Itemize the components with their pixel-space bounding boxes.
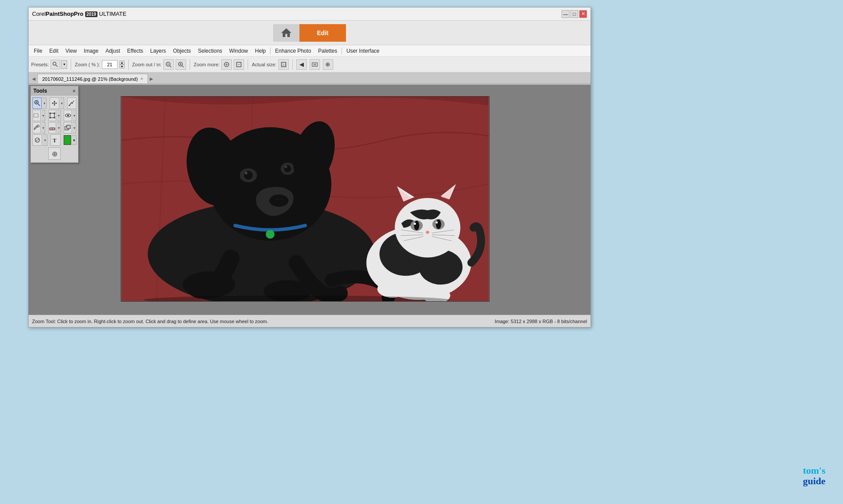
menu-layers[interactable]: Layers: [147, 47, 169, 55]
burn-tool-dropdown[interactable]: ▼: [43, 134, 47, 146]
tools-title-bar[interactable]: Tools ×: [31, 86, 78, 96]
photo-container: [121, 96, 490, 302]
canvas-area: Tools × ▼: [29, 85, 591, 315]
text-tool-button[interactable]: T: [50, 134, 60, 146]
tab-scroll-right[interactable]: ▶: [148, 74, 155, 83]
tools-grid: ▼ ▼: [31, 96, 78, 162]
status-text-left: Zoom Tool: Click to zoom in. Right-click…: [32, 319, 268, 324]
maximize-button[interactable]: □: [570, 10, 578, 18]
tab-scroll-left[interactable]: ◀: [30, 74, 37, 83]
burn-tool-icon: [34, 137, 41, 144]
photo-canvas: [121, 96, 490, 302]
tools-row-1: ▼ ▼: [32, 97, 76, 109]
toms-text: tom's: [803, 465, 825, 476]
deform-tool-dropdown[interactable]: ▼: [57, 110, 61, 121]
tab-bar: ◀ 20170602_111246.jpg @ 21% (Background)…: [29, 72, 591, 84]
clone-tool-dropdown[interactable]: ▼: [73, 122, 76, 133]
color-swatch-dropdown[interactable]: ▼: [72, 135, 76, 145]
year-badge: 2019: [85, 11, 97, 17]
zoom-input[interactable]: [102, 60, 118, 69]
menu-image[interactable]: Image: [80, 47, 102, 55]
visibility-tool-button[interactable]: [64, 110, 72, 121]
svg-rect-37: [67, 125, 70, 129]
menu-effects[interactable]: Effects: [124, 47, 147, 55]
presets-dropdown[interactable]: ▼: [50, 60, 67, 69]
text-tool-icon: T: [52, 137, 59, 144]
menu-view[interactable]: View: [62, 47, 80, 55]
paint-tool-button[interactable]: [32, 122, 41, 133]
move-tool-button[interactable]: [50, 97, 59, 109]
zoom-tool-button[interactable]: [32, 97, 42, 109]
tab-filename: 20170602_111246.jpg @ 21% (Background): [42, 76, 138, 82]
menu-help[interactable]: Help: [252, 47, 270, 55]
menu-edit[interactable]: Edit: [46, 47, 62, 55]
zoom-out-in-label: Zoom out / in:: [132, 62, 162, 67]
zoom-up[interactable]: ▲: [119, 61, 125, 65]
menu-palettes[interactable]: Palettes: [315, 47, 341, 55]
zoom-down[interactable]: ▼: [119, 65, 125, 68]
svg-rect-27: [49, 113, 50, 114]
toolbar-sep-3: [190, 59, 190, 70]
center-button[interactable]: ⊕: [323, 59, 333, 70]
clone-tool-button[interactable]: [64, 122, 72, 133]
menu-selections[interactable]: Selections: [195, 47, 226, 55]
search-icon: [52, 61, 58, 68]
deform-tool-button[interactable]: [48, 110, 57, 121]
eraser-tool-icon: [49, 124, 56, 131]
menu-file[interactable]: File: [30, 47, 46, 55]
move-tool-icon: [51, 100, 58, 107]
presets-arrow[interactable]: ▼: [61, 60, 67, 69]
toms-guide-watermark: tom's guide: [803, 465, 825, 486]
zoom-in-button[interactable]: [176, 59, 186, 70]
fit-window-button[interactable]: [310, 59, 320, 70]
add-tool-row: ⊕: [32, 147, 76, 161]
tab-close-button[interactable]: ×: [140, 76, 143, 81]
nudge-left-button[interactable]: ◀: [296, 59, 307, 70]
actual-size-icon: 1:1: [281, 61, 287, 68]
svg-point-43: [269, 194, 288, 207]
eyedropper-tool-button[interactable]: [67, 97, 76, 109]
paint-tool-dropdown[interactable]: ▼: [42, 122, 45, 133]
selection-tool-dropdown[interactable]: ▼: [42, 110, 45, 121]
menu-user-interface[interactable]: User Interface: [343, 47, 383, 55]
svg-text:T: T: [53, 137, 57, 144]
home-button[interactable]: [273, 24, 299, 42]
actual-size-button[interactable]: 1:1: [278, 59, 289, 70]
zoom-more-label: Zoom more:: [194, 62, 220, 67]
zoom-more-2-button[interactable]: [234, 59, 244, 70]
menu-adjust[interactable]: Adjust: [102, 47, 123, 55]
document-tab[interactable]: 20170602_111246.jpg @ 21% (Background) ×: [37, 74, 148, 83]
presets-icon[interactable]: [50, 60, 60, 69]
zoom-more-button[interactable]: [221, 59, 232, 70]
close-button[interactable]: ✕: [579, 10, 587, 18]
brand-pro: Pro: [74, 11, 83, 17]
svg-point-24: [69, 105, 70, 106]
title-bar-controls: — □ ✕: [562, 10, 587, 18]
selection-tool-icon: [33, 112, 40, 119]
eraser-tool-button[interactable]: [48, 122, 57, 133]
menu-window[interactable]: Window: [226, 47, 252, 55]
menu-enhance-photo[interactable]: Enhance Photo: [271, 47, 314, 55]
selection-tool-button[interactable]: [32, 110, 41, 121]
zoom-out-in-group: Zoom out / in:: [132, 59, 186, 70]
burn-tool-button[interactable]: [32, 134, 42, 146]
add-tool-button[interactable]: ⊕: [48, 148, 61, 160]
menu-objects[interactable]: Objects: [169, 47, 195, 55]
svg-point-32: [67, 115, 69, 116]
move-tool-dropdown[interactable]: ▼: [60, 97, 64, 109]
svg-rect-28: [54, 113, 55, 114]
zoom-more-group: Zoom more:: [194, 59, 244, 70]
svg-point-52: [266, 230, 274, 239]
eraser-tool-dropdown[interactable]: ▼: [57, 122, 61, 133]
edit-button[interactable]: Edit: [299, 24, 346, 42]
photo-svg: [121, 97, 489, 301]
tools-close-button[interactable]: ×: [73, 88, 76, 94]
clone-tool-icon: [65, 124, 72, 131]
svg-point-60: [414, 221, 419, 230]
color-swatch[interactable]: [64, 135, 72, 145]
zoom-out-button[interactable]: [163, 59, 174, 70]
minimize-button[interactable]: —: [562, 10, 569, 18]
zoom-tool-dropdown[interactable]: ▼: [43, 97, 47, 109]
toolbar: Presets: ▼ Zoom ( % ): ▲ ▼: [29, 57, 591, 72]
visibility-tool-dropdown[interactable]: ▼: [73, 110, 76, 121]
